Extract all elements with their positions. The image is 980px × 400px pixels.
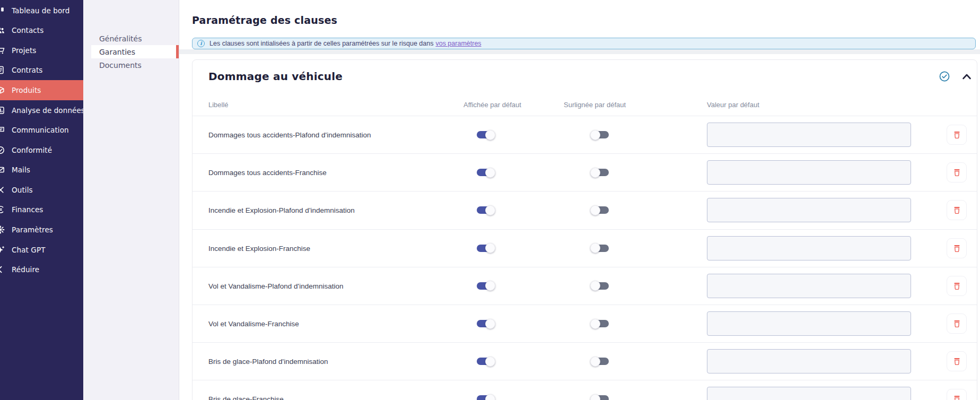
delete-clause-button[interactable] xyxy=(947,238,967,258)
highlighted-default-toggle[interactable] xyxy=(591,320,609,327)
displayed-default-toggle[interactable] xyxy=(477,395,495,400)
sidebar-item-tableau-de-bord[interactable]: Tableau de bord xyxy=(0,1,83,21)
highlighted-default-toggle[interactable] xyxy=(591,131,609,138)
displayed-default-toggle[interactable] xyxy=(477,245,495,252)
default-value-input[interactable] xyxy=(707,349,911,373)
delete-clause-button[interactable] xyxy=(947,314,967,334)
default-value-input[interactable] xyxy=(707,160,911,185)
highlighted-default-toggle[interactable] xyxy=(591,245,609,252)
check-circle-icon[interactable] xyxy=(939,71,950,82)
subnav-item-label: Généralités xyxy=(83,34,142,43)
trash-icon xyxy=(952,319,961,328)
displayed-default-toggle[interactable] xyxy=(477,358,495,365)
clause-row: Dommages tous accidents-Franchise xyxy=(192,154,977,192)
trash-icon xyxy=(952,168,961,177)
delete-clause-button[interactable] xyxy=(947,276,967,296)
product-icon xyxy=(0,86,5,94)
delete-clause-button[interactable] xyxy=(947,389,967,400)
default-value-input[interactable] xyxy=(707,236,911,260)
sidebar-item-contrats[interactable]: Contrats xyxy=(0,60,83,81)
default-value-input[interactable] xyxy=(707,387,911,400)
clause-label: Incendie et Explosion-Franchise xyxy=(208,244,310,252)
settings-icon xyxy=(0,225,5,234)
toggle-knob xyxy=(590,319,600,329)
toggle-knob xyxy=(485,356,495,367)
primary-sidebar: Tableau de bord Contacts Projets Contrat… xyxy=(0,0,83,400)
compliance-icon xyxy=(0,146,5,154)
sidebar-item-projets[interactable]: Projets xyxy=(0,40,83,60)
toggle-knob xyxy=(485,130,495,140)
column-header-valeur: Valeur par défaut xyxy=(707,101,759,109)
sidebar-item-analyse-de-donn-es[interactable]: Analyse de données xyxy=(0,100,83,120)
sidebar-item-chat-gpt[interactable]: Chat GPT xyxy=(0,240,83,260)
sidebar-item-communication[interactable]: Communication xyxy=(0,120,83,140)
subnav-item-label: Garanties xyxy=(91,48,135,56)
displayed-default-toggle[interactable] xyxy=(477,206,495,214)
default-value-input[interactable] xyxy=(707,311,911,336)
trash-icon xyxy=(952,281,961,291)
subnav-item-documents[interactable]: Documents xyxy=(83,58,179,72)
chatgpt-icon xyxy=(0,246,5,254)
default-value-input[interactable] xyxy=(707,274,911,298)
sidebar-item-label: Projets xyxy=(0,46,37,55)
subnav-item-garanties[interactable]: Garanties xyxy=(91,45,179,58)
section-header: Dommage au véhicule Libellé Affichée par… xyxy=(192,60,977,116)
clause-row: Incendie et Explosion-Plafond d'indemnis… xyxy=(192,192,977,229)
trash-icon xyxy=(952,205,961,215)
toggle-knob xyxy=(485,168,495,178)
dashboard-icon xyxy=(0,6,5,15)
toggle-knob xyxy=(485,205,495,215)
displayed-default-toggle[interactable] xyxy=(477,169,495,176)
sidebar-item-param-tres[interactable]: Paramètres xyxy=(0,220,83,240)
sidebar-item-label: Produits xyxy=(0,86,41,94)
displayed-default-toggle[interactable] xyxy=(477,131,495,138)
clause-label: Dommages tous accidents-Franchise xyxy=(208,169,327,177)
sidebar-item-produits[interactable]: Produits xyxy=(0,80,83,100)
highlighted-default-toggle[interactable] xyxy=(591,206,609,214)
sidebar-item-mails[interactable]: Mails xyxy=(0,160,83,180)
default-value-input[interactable] xyxy=(707,198,911,222)
toggle-knob xyxy=(485,394,495,400)
highlighted-default-toggle[interactable] xyxy=(591,395,609,400)
delete-clause-button[interactable] xyxy=(947,162,967,182)
sidebar-item-outils[interactable]: Outils xyxy=(0,180,83,200)
sidebar-item-finances[interactable]: Finances xyxy=(0,200,83,220)
finance-icon xyxy=(0,205,5,214)
sidebar-item-label: Chat GPT xyxy=(0,246,46,254)
subnav-items: Généralités Garanties Documents xyxy=(83,32,179,72)
trash-icon xyxy=(952,356,961,366)
delete-clause-button[interactable] xyxy=(947,351,967,371)
vos-parametres-link[interactable]: vos paramètres xyxy=(435,40,481,47)
subnav-item-g-n-ralit-s[interactable]: Généralités xyxy=(83,32,179,45)
guarantee-card: Dommage au véhicule Libellé Affichée par… xyxy=(192,59,977,400)
chevron-up-icon[interactable] xyxy=(961,72,972,81)
sidebar-item-r-duire[interactable]: Réduire xyxy=(0,259,83,280)
content-divider-strip xyxy=(179,49,980,54)
section-title: Dommage au véhicule xyxy=(208,70,343,83)
clause-row: Bris de glace-Plafond d'indemnisation xyxy=(192,343,977,380)
trash-icon xyxy=(952,244,961,253)
highlighted-default-toggle[interactable] xyxy=(591,169,609,176)
clause-label: Vol et Vandalisme-Franchise xyxy=(208,320,299,328)
secondary-sidebar: Généralités Garanties Documents xyxy=(83,0,179,400)
delete-clause-button[interactable] xyxy=(947,200,967,220)
displayed-default-toggle[interactable] xyxy=(477,282,495,290)
clause-label: Incendie et Explosion-Plafond d'indemnis… xyxy=(208,206,355,214)
column-header-affichee: Affichée par défaut xyxy=(463,101,521,109)
toggle-knob xyxy=(485,319,495,329)
contacts-icon xyxy=(0,26,5,34)
clause-label: Bris de glace-Franchise xyxy=(208,395,284,400)
sidebar-item-conformit-[interactable]: Conformité xyxy=(0,140,83,160)
highlighted-default-toggle[interactable] xyxy=(591,358,609,365)
default-value-input[interactable] xyxy=(707,123,911,147)
toggle-knob xyxy=(590,130,600,140)
displayed-default-toggle[interactable] xyxy=(477,320,495,327)
toggle-knob xyxy=(590,394,600,400)
highlighted-default-toggle[interactable] xyxy=(591,282,609,290)
contract-icon xyxy=(0,66,5,74)
delete-clause-button[interactable] xyxy=(947,125,967,145)
cart-icon xyxy=(0,46,5,55)
info-banner-text: Les clauses sont intialisées à partir de… xyxy=(209,40,433,47)
sidebar-item-contacts[interactable]: Contacts xyxy=(0,21,83,41)
sidebar-item-label: Analyse de données xyxy=(0,106,83,115)
